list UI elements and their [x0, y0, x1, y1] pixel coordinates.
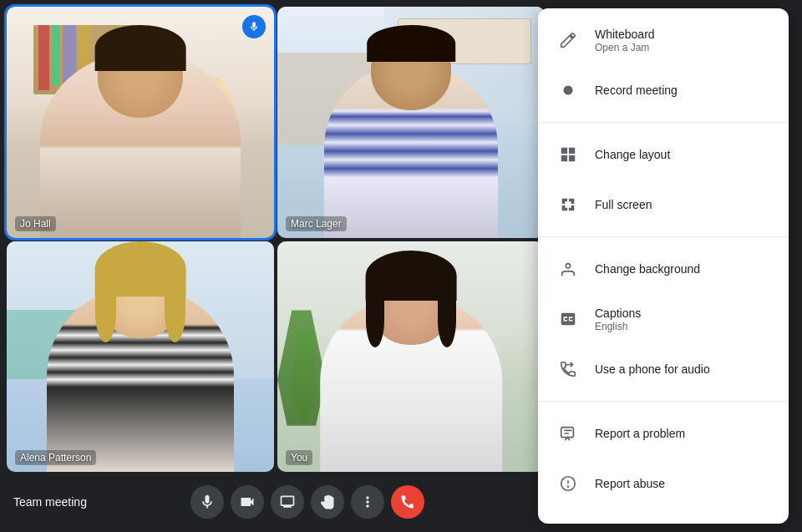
menu-item-captions[interactable]: Captions English [538, 294, 789, 344]
captions-icon [555, 306, 581, 332]
background-icon [555, 256, 581, 282]
mic-active-indicator [242, 15, 266, 38]
divider-2 [538, 236, 789, 237]
menu-item-layout[interactable]: Change layout [538, 129, 789, 180]
whiteboard-sublabel: Open a Jam [595, 42, 655, 53]
fullscreen-label: Full screen [595, 198, 652, 211]
bottom-bar: Team meeting [0, 472, 551, 532]
whiteboard-label: Whiteboard [595, 28, 655, 41]
participant-name-you: You [286, 450, 312, 465]
menu-item-phone-audio[interactable]: Use a phone for audio [538, 344, 789, 394]
divider-3 [538, 401, 789, 402]
participant-name-alena: Alena Patterson [15, 450, 96, 465]
svg-point-5 [568, 486, 569, 487]
participant-name-marc: Marc Lager [286, 216, 347, 231]
svg-point-0 [564, 86, 573, 95]
record-icon [555, 77, 581, 104]
menu-item-report-abuse[interactable]: Report abuse [538, 459, 789, 509]
participant-name-jo-hall: Jo Hall [15, 216, 56, 231]
layout-label: Change layout [595, 148, 670, 161]
record-label: Record meeting [595, 84, 678, 97]
menu-item-report-problem[interactable]: Report a problem [538, 408, 789, 459]
report-abuse-label: Report abuse [595, 477, 665, 490]
menu-item-troubleshooting[interactable]: Troubleshooting & help [538, 509, 789, 524]
menu-item-record[interactable]: Record meeting [538, 65, 789, 115]
phone-audio-icon [555, 356, 581, 383]
more-options-button[interactable] [351, 485, 384, 519]
mic-button[interactable] [190, 485, 224, 519]
video-tile-alena: Alena Patterson [7, 241, 274, 473]
whiteboard-icon [555, 27, 581, 53]
present-button[interactable] [271, 485, 304, 519]
captions-sublabel: English [595, 321, 641, 332]
video-tile-marc: Marc Lager [277, 7, 545, 238]
captions-label: Captions [595, 307, 641, 320]
meeting-container: Jo Hall Marc Lager [0, 0, 802, 532]
menu-item-background[interactable]: Change background [538, 244, 789, 294]
dropdown-menu: Whiteboard Open a Jam Record meeting [538, 8, 789, 524]
end-call-button[interactable] [391, 485, 424, 519]
report-abuse-icon [555, 470, 581, 497]
meeting-title: Team meeting [13, 495, 87, 509]
svg-point-1 [566, 264, 571, 269]
divider-1 [538, 122, 789, 123]
video-tile-you: You [277, 241, 545, 473]
phone-audio-label: Use a phone for audio [595, 362, 710, 376]
report-problem-label: Report a problem [595, 427, 685, 440]
svg-rect-2 [561, 428, 574, 438]
menu-item-whiteboard[interactable]: Whiteboard Open a Jam [538, 15, 789, 65]
troubleshooting-icon [555, 520, 581, 524]
menu-item-fullscreen[interactable]: Full screen [538, 180, 789, 230]
background-label: Change background [595, 262, 700, 276]
report-problem-icon [555, 420, 581, 447]
video-grid: Jo Hall Marc Lager [0, 0, 551, 472]
layout-icon [555, 141, 581, 168]
fullscreen-icon [555, 191, 581, 218]
video-tile-jo-hall: Jo Hall [7, 7, 274, 238]
camera-button[interactable] [231, 485, 264, 519]
raise-hand-button[interactable] [311, 485, 344, 519]
controls-bar [190, 485, 424, 519]
